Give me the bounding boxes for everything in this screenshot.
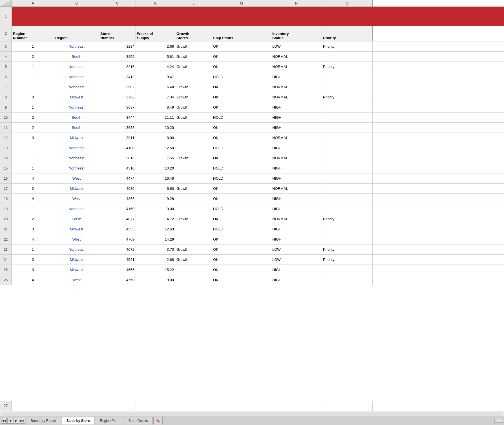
cell-13-l[interactable] <box>175 143 212 153</box>
cell-27-b[interactable] <box>54 401 99 411</box>
cell-24-c[interactable]: 4521 <box>99 255 136 265</box>
cell-8-b[interactable]: Midwest <box>54 92 99 102</box>
cell-10-k[interactable]: 11.11 <box>136 113 175 122</box>
cell-19-n[interactable]: HIGH <box>271 204 322 214</box>
cell-15-n[interactable]: HIGH <box>271 163 322 173</box>
cell-16-k[interactable]: 16.48 <box>136 173 175 183</box>
cell-17-c[interactable]: 4085 <box>99 184 136 193</box>
cell-12-l[interactable] <box>175 133 212 143</box>
cell-5-a[interactable]: 1 <box>12 62 54 72</box>
cell-10-n[interactable]: HIGH <box>271 113 322 122</box>
cell-11-c[interactable]: 3638 <box>99 123 136 133</box>
cell-18-o[interactable] <box>322 194 373 204</box>
cell-13-o[interactable] <box>322 143 373 153</box>
cell-26-l[interactable] <box>175 275 212 285</box>
cell-3-o[interactable]: Priority <box>322 41 373 51</box>
cell-24-o[interactable]: Priority <box>322 255 373 265</box>
cell-18-k[interactable]: 9.28 <box>136 194 175 204</box>
cell-15-m[interactable]: HOLD <box>212 163 271 173</box>
cell-16-b[interactable]: West <box>54 173 99 183</box>
cell-24-a[interactable]: 3 <box>12 255 54 265</box>
cell-5-k[interactable]: 4.24 <box>136 62 175 72</box>
tab-next-btn[interactable]: ▶ <box>14 418 19 424</box>
cell-25-b[interactable]: Midwest <box>54 265 99 275</box>
cell-21-b[interactable]: Midwest <box>54 224 99 234</box>
cell-18-a[interactable]: 4 <box>12 194 54 204</box>
cell-12-o[interactable] <box>322 133 373 143</box>
cell-16-n[interactable]: HIGH <box>271 173 322 183</box>
cell-16-l[interactable] <box>175 173 212 183</box>
cell-14-b[interactable]: Northeast <box>54 153 99 163</box>
cell-26-n[interactable]: HIGH <box>271 275 322 285</box>
cell-22-o[interactable] <box>322 234 373 244</box>
cell-9-o[interactable] <box>322 102 373 112</box>
cell-14-l[interactable]: Growth <box>175 153 212 163</box>
cell-21-o[interactable] <box>322 224 373 234</box>
cell-15-l[interactable] <box>175 163 212 173</box>
cell-24-k[interactable]: 2.68 <box>136 255 175 265</box>
cell-6-b[interactable]: Northeast <box>54 72 99 82</box>
col-header-a[interactable]: A <box>12 0 54 6</box>
cell-20-a[interactable]: 2 <box>12 214 54 224</box>
cell-8-k[interactable]: 7.34 <box>136 92 175 102</box>
cell-20-m[interactable]: OK <box>212 214 271 224</box>
cell-23-n[interactable]: LOW <box>271 245 322 254</box>
cell-11-m[interactable]: OK <box>212 123 271 133</box>
cell-21-a[interactable]: 3 <box>12 224 54 234</box>
cell-14-a[interactable]: 1 <box>12 153 54 163</box>
cell-17-m[interactable]: OK <box>212 184 271 193</box>
horizontal-scrollbar[interactable] <box>0 411 504 416</box>
cell-13-a[interactable]: 1 <box>12 143 54 153</box>
cell-14-o[interactable] <box>322 153 373 163</box>
cell-10-l[interactable]: Growth <box>175 113 212 122</box>
cell-5-c[interactable]: 3216 <box>99 62 136 72</box>
cell-9-n[interactable]: HIGH <box>271 102 322 112</box>
tab-last-btn[interactable]: ▶▶ <box>20 418 25 424</box>
cell-22-l[interactable] <box>175 234 212 244</box>
cell-11-a[interactable]: 2 <box>12 123 54 133</box>
cell-23-l[interactable]: Growth <box>175 245 212 254</box>
cell-26-o[interactable] <box>322 275 373 285</box>
cell-24-n[interactable]: LOW <box>271 255 322 265</box>
cell-7-c[interactable]: 3582 <box>99 82 136 92</box>
cell-9-k[interactable]: 8.49 <box>136 102 175 112</box>
cell-24-l[interactable]: Growth <box>175 255 212 265</box>
cell-25-k[interactable]: 15.22 <box>136 265 175 275</box>
cell-25-c[interactable]: 4655 <box>99 265 136 275</box>
tab-summary-report[interactable]: Summary Report <box>26 417 61 424</box>
cell-7-o[interactable] <box>322 82 373 92</box>
cell-25-n[interactable]: HIGH <box>271 265 322 275</box>
cell-12-m[interactable]: OK <box>212 133 271 143</box>
cell-22-n[interactable]: HIGH <box>271 234 322 244</box>
cell-22-k[interactable]: 14.29 <box>136 234 175 244</box>
cell-6-k[interactable]: 9.47 <box>136 72 175 82</box>
cell-16-a[interactable]: 4 <box>12 173 54 183</box>
cell-17-a[interactable]: 3 <box>12 184 54 193</box>
cell-7-a[interactable]: 1 <box>12 82 54 92</box>
cell-13-n[interactable]: HIGH <box>271 143 322 153</box>
cell-15-k[interactable]: 10.20 <box>136 163 175 173</box>
cell-3-k[interactable]: 2.68 <box>136 41 175 51</box>
cell-26-k[interactable]: 9.00 <box>136 275 175 285</box>
scroll-track[interactable] <box>1 412 503 416</box>
cell-14-m[interactable]: OK <box>212 153 271 163</box>
cell-4-l[interactable]: Growth <box>175 52 212 61</box>
col-header-o[interactable]: O <box>322 0 373 6</box>
col-header-k[interactable]: K <box>136 0 175 6</box>
tab-store-details[interactable]: Store Details <box>124 417 153 424</box>
tab-region-plan[interactable]: Region Plan <box>95 417 123 424</box>
cell-18-c[interactable]: 4366 <box>99 194 136 204</box>
cell-19-m[interactable]: HOLD <box>212 204 271 214</box>
col-header-m[interactable]: M <box>212 0 271 6</box>
cell-23-m[interactable]: OK <box>212 245 271 254</box>
cell-13-b[interactable]: Northeast <box>54 143 99 153</box>
cell-7-l[interactable]: Growth <box>175 82 212 92</box>
cell-25-l[interactable] <box>175 265 212 275</box>
cell-3-b[interactable]: Northeast <box>54 41 99 51</box>
cell-9-a[interactable]: 1 <box>12 102 54 112</box>
cell-27-c[interactable] <box>99 401 136 411</box>
cell-21-k[interactable]: 12.63 <box>136 224 175 234</box>
cell-7-m[interactable]: OK <box>212 82 271 92</box>
col-header-b[interactable]: B <box>54 0 99 6</box>
cell-27-k[interactable] <box>136 401 175 411</box>
